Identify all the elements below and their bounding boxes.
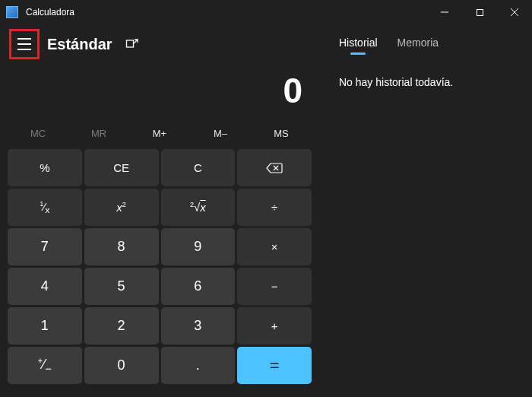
digit-7-key[interactable]: 7 (8, 228, 82, 265)
memory-clear-button[interactable]: MC (8, 120, 68, 146)
backspace-icon (266, 163, 283, 173)
divide-key[interactable]: ÷ (237, 189, 312, 226)
digit-5-key[interactable]: 5 (84, 268, 159, 305)
svg-rect-1 (477, 9, 483, 15)
digit-8-key[interactable]: 8 (84, 228, 159, 265)
minus-key[interactable]: − (237, 268, 312, 305)
svg-rect-4 (126, 40, 133, 47)
memory-row: MC MR M+ M– MS (8, 120, 312, 146)
keypad: % CE C 1∕x x2 2√x ÷ 7 8 9 × 4 5 6 − 1 2 … (8, 149, 312, 384)
digit-0-key[interactable]: 0 (84, 347, 159, 384)
history-empty-message: No hay historial todavía. (339, 76, 520, 88)
close-button[interactable] (497, 0, 532, 24)
square-key[interactable]: x2 (84, 189, 159, 226)
memory-minus-button[interactable]: M– (190, 120, 251, 146)
keep-on-top-icon (125, 37, 139, 51)
sqrt-label: 2√x (190, 201, 206, 214)
decimal-key[interactable]: . (161, 347, 236, 384)
side-panel: Historial Memoria No hay historial todav… (327, 30, 532, 88)
memory-recall-button[interactable]: MR (68, 120, 129, 146)
equals-key[interactable]: = (237, 347, 312, 384)
clear-key[interactable]: C (161, 149, 236, 186)
titlebar: Calculadora (0, 0, 532, 24)
clear-entry-key[interactable]: CE (84, 149, 159, 186)
tab-history[interactable]: Historial (339, 37, 378, 55)
memory-plus-button[interactable]: M+ (129, 120, 190, 146)
digit-3-key[interactable]: 3 (161, 307, 236, 345)
svg-line-5 (134, 40, 138, 43)
minimize-button[interactable] (427, 0, 462, 24)
calculator-area: 0 MC MR M+ M– MS % CE C 1∕x x2 2√x ÷ 7 8… (0, 61, 319, 384)
maximize-button[interactable] (462, 0, 497, 24)
maximize-icon (476, 8, 484, 17)
window-controls (427, 0, 532, 24)
negate-label: +∕− (38, 356, 52, 375)
reciprocal-key[interactable]: 1∕x (8, 189, 82, 226)
close-icon (510, 8, 519, 17)
window-title: Calculadora (26, 7, 74, 17)
hamburger-icon (17, 38, 31, 50)
reciprocal-label: 1∕x (40, 200, 49, 214)
backspace-key[interactable] (237, 149, 312, 186)
memory-store-button[interactable]: MS (251, 120, 312, 146)
menu-button[interactable] (9, 29, 40, 59)
plus-key[interactable]: + (237, 307, 312, 345)
digit-4-key[interactable]: 4 (8, 268, 82, 305)
percent-key[interactable]: % (8, 149, 82, 186)
digit-9-key[interactable]: 9 (161, 228, 236, 265)
digit-2-key[interactable]: 2 (84, 307, 159, 345)
mode-title: Estándar (47, 36, 112, 53)
digit-1-key[interactable]: 1 (8, 307, 82, 345)
sqrt-key[interactable]: 2√x (161, 189, 236, 226)
multiply-key[interactable]: × (237, 228, 312, 265)
display-value: 0 (8, 61, 312, 116)
digit-6-key[interactable]: 6 (161, 268, 236, 305)
square-label: x2 (116, 201, 126, 214)
keep-on-top-button[interactable] (119, 30, 146, 58)
tab-memory[interactable]: Memoria (397, 37, 439, 55)
app-icon (6, 6, 18, 18)
negate-key[interactable]: +∕− (8, 347, 82, 384)
side-tabs: Historial Memoria (339, 37, 520, 55)
minimize-icon (440, 8, 449, 17)
